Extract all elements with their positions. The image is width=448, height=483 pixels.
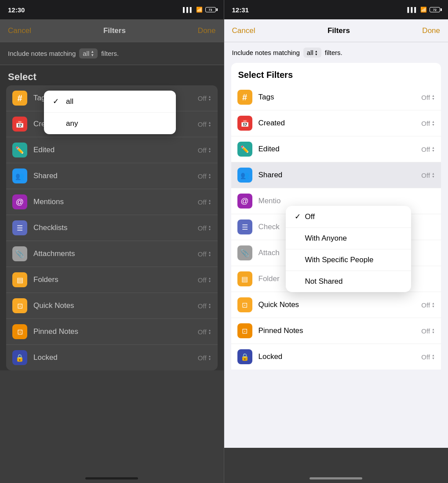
right-filter-match-row: Include notes matching all ▲▼ filters. [224,42,448,63]
right-wifi-icon: 📶 [420,7,427,13]
right-status-bar: 12:31 ▌▌▌ 📶 72 [224,0,448,19]
right-battery-icon: 72 [430,7,440,12]
right-label-mentions: Mentio [259,197,429,205]
dropdown-with-specific-item[interactable]: With Specific People [286,249,411,271]
left-dropdown[interactable]: ✓ all ✓ any [44,91,176,134]
left-chevron-mentions: ▲▼ [208,199,211,205]
left-label-pinnednotes: Pinned Notes [33,327,192,336]
check-icon-all: ✓ [53,97,62,106]
left-filter-folders[interactable]: ▤ Folders Off ▲▼ [6,267,218,293]
left-label-folders: Folders [33,275,192,284]
left-status-shared: Off ▲▼ [198,172,211,180]
dropdown-label-with-specific: With Specific People [305,256,374,264]
left-icon-shared: 👥 [12,168,27,183]
dropdown-label-not-shared: Not Shared [305,277,343,286]
right-match-suffix: filters. [325,49,342,56]
right-chevron-edited: ▲▼ [432,146,435,152]
left-filter-shared[interactable]: 👥 Shared Off ▲▼ [6,163,218,189]
left-icon-edited: ✏️ [12,143,27,157]
right-nav-title: Filters [328,26,350,35]
left-icon-checklists: ☰ [12,220,27,235]
right-cancel-button[interactable]: Cancel [232,26,255,35]
right-label-edited: Edited [259,145,415,154]
right-chevron-pinnednotes: ▲▼ [432,328,435,334]
right-match-selector[interactable]: all ▲▼ [303,48,321,58]
left-nav-title: Filters [103,26,126,35]
left-match-prefix: Include notes matching [8,50,76,57]
left-chevron-attachments: ▲▼ [208,251,211,257]
right-label-locked: Locked [259,352,415,361]
left-label-mentions: Mentions [33,198,192,206]
left-label-checklists: Checklists [33,223,192,232]
right-chevrons-icon: ▲▼ [315,50,318,56]
left-filter-mentions[interactable]: @ Mentions Off ▲▼ [6,189,218,215]
left-filter-edited[interactable]: ✏️ Edited Off ▲▼ [6,137,218,163]
left-panel: 12:30 ▌▌▌ 📶 73 Cancel Filters Done Inclu… [0,0,224,483]
right-filter-pinnednotes[interactable]: ⊡ Pinned Notes Off ▲▼ [231,318,441,344]
left-status-created: Off ▲▼ [198,121,211,128]
right-shared-dropdown[interactable]: ✓ Off With Anyone With Specific People N… [286,206,411,292]
left-nav-bar: Cancel Filters Done [0,19,224,42]
right-home-indicator [310,477,362,479]
left-filter-quicknotes[interactable]: ⊡ Quick Notes Off ▲▼ [6,293,218,319]
right-filter-quicknotes[interactable]: ⊡ Quick Notes Off ▲▼ [231,292,441,318]
left-label-edited: Edited [33,146,192,154]
left-filter-attachments[interactable]: 📎 Attachments Off ▲▼ [6,241,218,267]
dropdown-not-shared-item[interactable]: Not Shared [286,271,411,292]
left-chevrons-icon: ▲▼ [91,50,94,57]
dropdown-item-all[interactable]: ✓ all [44,91,176,113]
left-filter-pinnednotes[interactable]: ⊡ Pinned Notes Off ▲▼ [6,319,218,345]
left-match-selector[interactable]: all ▲▼ [79,48,98,59]
signal-icon: ▌▌▌ [183,7,193,12]
right-panel: 12:31 ▌▌▌ 📶 72 Cancel Filters Done Inclu… [224,0,448,483]
left-chevron-pinnednotes: ▲▼ [208,329,211,335]
right-status-created: Off ▲▼ [421,120,435,127]
left-status-folders: Off ▲▼ [198,276,211,284]
right-match-prefix: Include notes matching [232,49,300,56]
left-status-edited: Off ▲▼ [198,146,211,154]
check-icon-off: ✓ [295,212,305,221]
right-filter-shared[interactable]: 👥 Shared Off ▲▼ [231,162,441,188]
right-status-icons: ▌▌▌ 📶 72 [408,7,440,13]
left-status-mentions: Off ▲▼ [198,198,211,206]
right-done-button[interactable]: Done [422,26,440,35]
right-filter-edited[interactable]: ✏️ Edited Off ▲▼ [231,136,441,162]
right-filter-created[interactable]: 📅 Created Off ▲▼ [231,110,441,136]
dropdown-with-anyone-item[interactable]: With Anyone [286,228,411,249]
left-icon-mentions: @ [12,194,27,209]
left-label-shared: Shared [33,172,192,180]
left-status-quicknotes: Off ▲▼ [198,302,211,310]
right-filter-locked[interactable]: 🔒 Locked Off ▲▼ [231,344,441,370]
left-icon-tags: # [12,91,27,106]
left-chevron-checklists: ▲▼ [208,225,211,231]
left-filter-locked[interactable]: 🔒 Locked Off ▲▼ [6,345,218,370]
dropdown-off-item[interactable]: ✓ Off [286,206,411,228]
right-label-quicknotes: Quick Notes [259,300,415,309]
right-label-pinnednotes: Pinned Notes [259,326,415,335]
left-status-locked: Off ▲▼ [198,354,211,362]
right-chevron-created: ▲▼ [432,120,435,126]
left-label-quicknotes: Quick Notes [33,301,192,310]
right-icon-attachments: 📎 [237,245,252,260]
right-label-tags: Tags [259,93,415,102]
right-nav-bar: Cancel Filters Done [224,19,448,42]
right-status-shared: Off ▲▼ [421,172,435,179]
left-match-suffix: filters. [101,50,119,57]
left-cancel-button[interactable]: Cancel [8,26,31,35]
right-icon-quicknotes: ⊡ [237,297,252,312]
left-status-bar: 12:30 ▌▌▌ 📶 73 [0,0,224,19]
left-icon-created: 📅 [12,117,27,132]
right-filter-tags[interactable]: # Tags Off ▲▼ [231,84,441,110]
right-icon-shared: 👥 [237,168,252,183]
dropdown-item-any[interactable]: ✓ any [44,113,176,134]
right-label-shared: Shared [259,171,415,179]
right-icon-mentions: @ [237,194,252,209]
left-chevron-edited: ▲▼ [208,147,211,153]
dropdown-label-any: any [66,119,78,128]
right-icon-tags: # [237,90,252,105]
dropdown-label-all: all [66,97,73,106]
left-label-attachments: Attachments [33,249,192,258]
left-filter-checklists[interactable]: ☰ Checklists Off ▲▼ [6,215,218,241]
left-done-button[interactable]: Done [198,26,216,35]
left-chevron-quicknotes: ▲▼ [208,303,211,309]
